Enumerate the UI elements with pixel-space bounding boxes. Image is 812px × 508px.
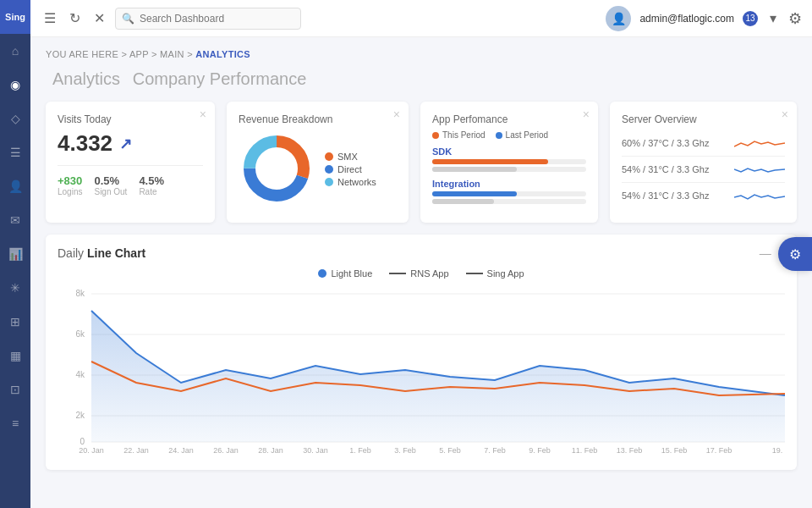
period-last: Last Period xyxy=(496,130,549,140)
chart-minimize-icon[interactable]: — xyxy=(760,246,771,260)
svg-text:5. Feb: 5. Feb xyxy=(439,446,461,455)
perf-metric-sdk: SDK xyxy=(432,146,586,172)
svg-text:20. Jan: 20. Jan xyxy=(79,446,104,455)
legend-direct: Direct xyxy=(325,164,376,174)
legend-networks-dot xyxy=(325,178,333,186)
server-close[interactable]: × xyxy=(782,108,788,120)
hamburger-button[interactable]: ☰ xyxy=(41,7,59,30)
revenue-body: SMX Direct Networks xyxy=(239,130,397,210)
svg-text:7. Feb: 7. Feb xyxy=(484,446,506,455)
stat-rate: 4.5% Rate xyxy=(139,174,164,196)
legend-rns-dash xyxy=(389,273,406,274)
server-label-0: 60% / 37°C / 3.3 Ghz xyxy=(622,138,709,148)
performance-card: × App Perfomance This Period Last Period… xyxy=(420,102,598,223)
stat-signout: 0.5% Sign Out xyxy=(94,174,127,196)
stat-rate-val: 4.5% xyxy=(139,174,164,187)
revenue-card: × Revenue Breakdown xyxy=(227,102,409,223)
server-title: Server Overview xyxy=(622,113,785,125)
legend-smx: SMX xyxy=(325,152,376,162)
page-title: Analytics Company Performance xyxy=(46,66,797,90)
chart-card: Daily Line Chart — × Light Blue RNS App xyxy=(46,235,797,470)
legend-smx-dot xyxy=(325,152,333,161)
svg-text:22. Jan: 22. Jan xyxy=(123,446,149,455)
refresh-button[interactable]: ↻ xyxy=(66,7,84,30)
stat-logins-val: +830 xyxy=(58,174,82,187)
svg-text:17. Feb: 17. Feb xyxy=(706,446,732,455)
server-label-1: 54% / 31°C / 3.3 Ghz xyxy=(622,164,709,174)
perf-close[interactable]: × xyxy=(583,108,590,120)
sidebar-icon-settings[interactable]: ✳ xyxy=(0,273,30,303)
svg-text:0: 0 xyxy=(80,437,85,446)
sidebar-icon-chart[interactable]: 📊 xyxy=(0,239,30,269)
sparkline-2 xyxy=(734,187,785,204)
sidebar-icon-user[interactable]: 👤 xyxy=(0,171,30,202)
server-item-1: 54% / 31°C / 3.3 Ghz xyxy=(622,157,785,183)
topbar: ☰ ↻ ✕ 🔍 👤 admin@flatlogic.com 13 ▾ ⚙ xyxy=(30,0,812,37)
notification-badge[interactable]: 13 xyxy=(743,11,758,26)
settings-icon[interactable]: ⚙ xyxy=(788,9,802,28)
sidebar-icon-dashboard[interactable]: ◉ xyxy=(0,69,30,100)
svg-text:13. Feb: 13. Feb xyxy=(617,446,643,455)
visits-title: Visits Today xyxy=(58,113,203,125)
breadcrumb-active: Analytics xyxy=(195,49,250,59)
legend-networks: Networks xyxy=(325,177,376,187)
svg-point-3 xyxy=(258,150,295,187)
visits-close[interactable]: × xyxy=(200,108,206,120)
donut-chart xyxy=(239,130,315,210)
fab-button[interactable]: ⚙ xyxy=(778,237,812,271)
stat-logins: +830 Logins xyxy=(58,174,82,196)
breadcrumb: YOU ARE HERE > App > Main > Analytics xyxy=(46,49,797,59)
svg-text:30. Jan: 30. Jan xyxy=(303,446,328,455)
svg-text:9. Feb: 9. Feb xyxy=(529,446,551,455)
sidebar-icon-menu2[interactable]: ≡ xyxy=(0,408,30,439)
admin-email: admin@flatlogic.com xyxy=(639,13,734,25)
sparkline-0 xyxy=(734,135,785,152)
content: YOU ARE HERE > App > Main > Analytics An… xyxy=(30,37,812,508)
integration-fill-last xyxy=(432,199,494,204)
chevron-down-icon[interactable]: ▾ xyxy=(766,7,780,30)
svg-text:26. Jan: 26. Jan xyxy=(213,446,239,455)
revenue-close[interactable]: × xyxy=(393,108,400,120)
legend-lightblue: Light Blue xyxy=(318,268,372,279)
chart-title-bold: Line Chart xyxy=(87,246,145,260)
svg-text:19. Feb: 19. Feb xyxy=(772,446,785,455)
sidebar-icon-grid[interactable]: ⊞ xyxy=(0,306,30,337)
sparkline-1 xyxy=(734,161,785,178)
period-last-dot xyxy=(496,132,502,139)
legend-rns: RNS App xyxy=(389,268,448,279)
period-this: This Period xyxy=(432,130,486,140)
chart-title: Daily Line Chart xyxy=(58,246,145,260)
svg-text:15. Feb: 15. Feb xyxy=(661,446,688,455)
period-this-dot xyxy=(432,132,439,139)
avatar: 👤 xyxy=(606,6,631,31)
revenue-title: Revenue Breakdown xyxy=(239,113,397,125)
svg-text:3. Feb: 3. Feb xyxy=(394,446,416,455)
server-label-2: 54% / 31°C / 3.3 Ghz xyxy=(622,190,709,201)
legend-sing-dash xyxy=(466,273,483,274)
svg-text:24. Jan: 24. Jan xyxy=(168,446,194,455)
close-button[interactable]: ✕ xyxy=(91,7,108,30)
legend-rns-label: RNS App xyxy=(410,268,448,279)
main-area: ☰ ↻ ✕ 🔍 👤 admin@flatlogic.com 13 ▾ ⚙ YOU… xyxy=(30,0,812,508)
stat-rate-label: Rate xyxy=(139,187,164,196)
legend-lightblue-dot xyxy=(318,269,326,278)
visits-number: 4.332 ↗ xyxy=(58,130,203,157)
sdk-fill-this xyxy=(432,159,548,164)
sdk-bar-this xyxy=(432,159,586,164)
sidebar-icon-home[interactable]: ⌂ xyxy=(0,36,30,66)
topbar-right: 👤 admin@flatlogic.com 13 ▾ ⚙ xyxy=(606,6,802,31)
sdk-bar-last xyxy=(432,167,586,172)
svg-marker-14 xyxy=(91,311,785,442)
sidebar: Sing ⌂ ◉ ◇ ☰ 👤 ✉ 📊 ✳ ⊞ ▦ ⊡ ≡ xyxy=(0,0,30,508)
sidebar-icon-diamond[interactable]: ◇ xyxy=(0,103,30,134)
legend-sing-label: Sing App xyxy=(487,268,524,279)
stat-signout-label: Sign Out xyxy=(94,187,127,196)
sidebar-icon-dots[interactable]: ⊡ xyxy=(0,374,30,405)
sidebar-icon-list[interactable]: ☰ xyxy=(0,137,30,168)
svg-text:11. Feb: 11. Feb xyxy=(572,446,598,455)
search-input[interactable] xyxy=(115,8,301,30)
sidebar-icon-paper[interactable]: ✉ xyxy=(0,205,30,235)
sidebar-icon-bar[interactable]: ▦ xyxy=(0,340,30,371)
integration-fill-this xyxy=(432,191,517,196)
search-icon: 🔍 xyxy=(122,13,134,25)
